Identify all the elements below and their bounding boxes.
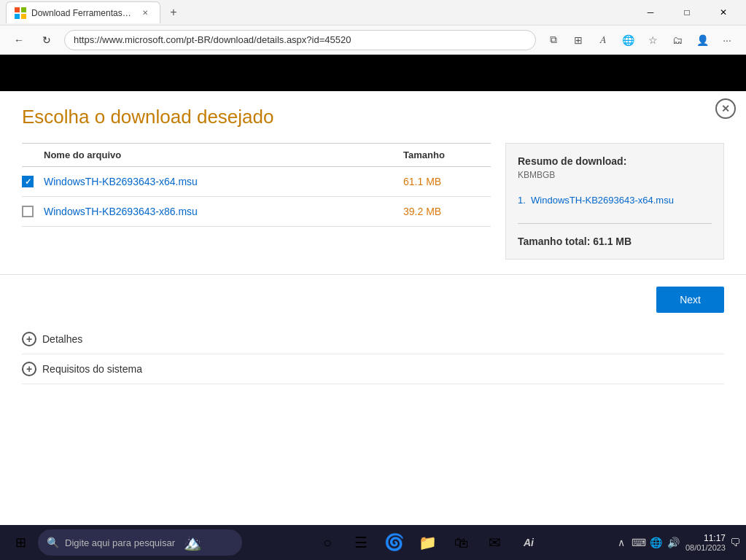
clock-area[interactable]: 11:17 08/01/2023	[685, 533, 726, 552]
taskbar-app-mail[interactable]: ✉	[479, 526, 511, 559]
dialog-close-button[interactable]: ✕	[715, 98, 736, 119]
file-link-row2[interactable]: WindowsTH-KB2693643-x86.msu	[44, 206, 403, 217]
table-row: WindowsTH-KB2693643-x86.msu 39.2 MB	[22, 197, 491, 227]
window-controls: ─ □ ✕	[634, 0, 740, 26]
summary-title: Resumo de download:	[518, 155, 712, 167]
button-row: Next	[0, 274, 746, 324]
maximize-button[interactable]: □	[670, 0, 704, 26]
taskbar-search[interactable]: 🔍 Digite aqui para pesquisar 🏔️	[38, 529, 242, 556]
taskbar-search-icon: 🔍	[47, 537, 59, 548]
file-link-row1[interactable]: WindowsTH-KB2693643-x64.msu	[44, 176, 403, 187]
tab-area: Download Ferramentas de Admi... ✕ +	[6, 1, 628, 23]
browser-apps-icon[interactable]: ⊞	[568, 30, 588, 50]
address-bar-icons: ⧉ ⊞ 𝐴 🌐 ☆ 🗂 👤 ···	[543, 30, 737, 50]
main-content: ✕ Escolha o download desejado Nome do ar…	[0, 91, 746, 274]
system-tray-icons: ∧ ⌨ 🌐 🔊	[614, 535, 681, 550]
taskbar-app-explorer[interactable]: 📁	[412, 526, 444, 559]
taskbar: ⊞ 🔍 Digite aqui para pesquisar 🏔️ ○ ☰ 🌀 …	[0, 525, 746, 560]
taskbar-right: ∧ ⌨ 🌐 🔊 11:17 08/01/2023 🗨	[614, 533, 740, 552]
tab-favicon	[15, 8, 26, 18]
expand-system-requirements[interactable]: + Requisitos do sistema	[22, 354, 724, 384]
checkbox-row2[interactable]	[22, 206, 34, 217]
summary-files: 1. WindowsTH-KB2693643-x64.msu	[518, 192, 712, 209]
clock-date: 08/01/2023	[685, 543, 726, 552]
col-header-name: Nome do arquivo	[44, 149, 403, 160]
file-size-row2: 39.2 MB	[403, 206, 491, 217]
tray-chevron[interactable]: ∧	[614, 535, 629, 550]
next-button[interactable]: Next	[656, 287, 724, 313]
profile-icon[interactable]: 👤	[692, 30, 712, 50]
windows-icon: ⊞	[15, 534, 26, 551]
table-row: WindowsTH-KB2693643-x64.msu 61.1 MB	[22, 167, 491, 197]
ai-label: Ai	[524, 537, 534, 548]
file-size-row1: 61.1 MB	[403, 176, 491, 187]
mail-icon: ✉	[489, 534, 501, 551]
page-title: Escolha o download desejado	[22, 106, 724, 128]
new-tab-button[interactable]: +	[163, 2, 184, 23]
minimize-button[interactable]: ─	[634, 0, 667, 26]
clock-time: 11:17	[685, 533, 726, 543]
taskbar-search-text: Digite aqui para pesquisar	[65, 537, 175, 548]
cortana-icon: ○	[323, 534, 332, 551]
notification-button[interactable]: 🗨	[730, 537, 740, 548]
close-icon: ✕	[721, 103, 730, 114]
translate-icon[interactable]: 🌐	[618, 30, 638, 50]
volume-icon[interactable]: 🔊	[667, 535, 681, 550]
file-list-section: Nome do arquivo Tamanho WindowsTH-KB2693…	[22, 143, 491, 227]
summary-file-item: 1. WindowsTH-KB2693643-x64.msu	[518, 192, 712, 209]
col-header-size: Tamanho	[403, 149, 491, 160]
menu-icon[interactable]: ···	[717, 30, 737, 50]
split-screen-icon[interactable]: ⧉	[543, 30, 564, 50]
active-tab[interactable]: Download Ferramentas de Admi... ✕	[6, 1, 160, 23]
read-aloud-icon[interactable]: 𝐴	[593, 30, 613, 50]
expand-details[interactable]: + Detalhes	[22, 324, 724, 354]
start-button[interactable]: ⊞	[6, 528, 35, 557]
expand-icon-system: +	[22, 362, 36, 376]
expand-label-details: Detalhes	[42, 333, 82, 345]
tab-title: Download Ferramentas de Admi...	[31, 8, 133, 18]
expand-label-system: Requisitos do sistema	[42, 363, 142, 375]
taskbar-apps: ○ ☰ 🌀 📁 🛍 ✉ Ai	[245, 526, 611, 559]
close-button[interactable]: ✕	[707, 0, 740, 26]
refresh-button[interactable]: ↻	[36, 30, 57, 50]
tab-close-button[interactable]: ✕	[139, 7, 151, 19]
taskbar-app-cortana[interactable]: ○	[311, 526, 343, 559]
expand-icon-details: +	[22, 332, 36, 346]
store-icon: 🛍	[454, 534, 469, 551]
taskview-icon: ☰	[354, 534, 368, 551]
keyboard-icon[interactable]: ⌨	[632, 535, 646, 550]
download-grid: Nome do arquivo Tamanho WindowsTH-KB2693…	[22, 143, 724, 260]
checkbox-row1[interactable]	[22, 176, 34, 187]
back-button[interactable]: ←	[9, 30, 29, 50]
collections-icon[interactable]: 🗂	[667, 30, 688, 50]
summary-total: Tamanho total: 61.1 MB	[518, 236, 712, 247]
taskbar-app-taskview[interactable]: ☰	[345, 526, 377, 559]
taskbar-search-illustration: 🏔️	[184, 534, 202, 551]
summary-subtitle: KBMBGB	[518, 170, 712, 180]
explorer-icon: 📁	[419, 534, 437, 551]
address-bar[interactable]	[64, 30, 536, 50]
browser-titlebar: Download Ferramentas de Admi... ✕ + ─ □ …	[0, 0, 746, 26]
favorites-icon[interactable]: ☆	[642, 30, 663, 50]
network-icon[interactable]: 🌐	[649, 535, 664, 550]
browser-addressbar: ← ↻ ⧉ ⊞ 𝐴 🌐 ☆ 🗂 👤 ···	[0, 26, 746, 55]
taskbar-app-edge[interactable]: 🌀	[378, 526, 411, 559]
summary-divider	[518, 223, 712, 224]
taskbar-app-store[interactable]: 🛍	[446, 526, 478, 559]
file-list-header: Nome do arquivo Tamanho	[22, 144, 491, 167]
summary-panel: Resumo de download: KBMBGB 1. WindowsTH-…	[505, 143, 724, 260]
edge-icon: 🌀	[384, 533, 404, 552]
taskbar-app-ai[interactable]: Ai	[513, 526, 545, 559]
expand-sections: + Detalhes + Requisitos do sistema	[0, 324, 746, 384]
black-banner	[0, 55, 746, 91]
